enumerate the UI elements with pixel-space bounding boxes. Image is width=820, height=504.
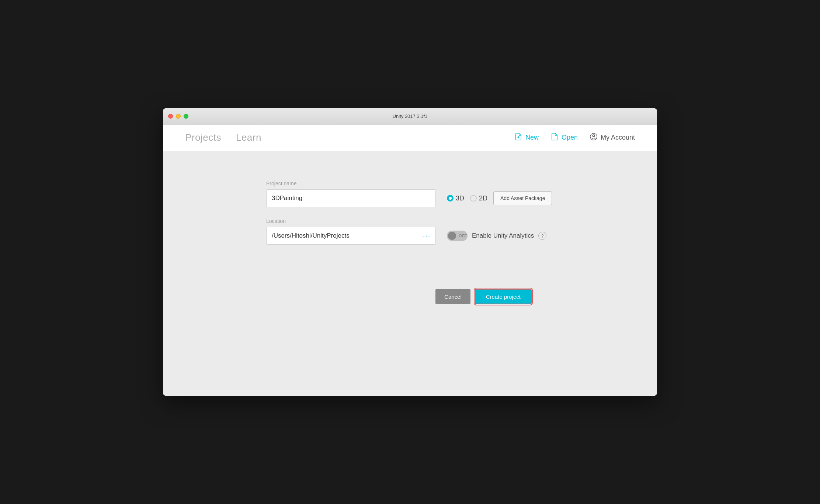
analytics-toggle-row: OFF Enable Unity Analytics ? xyxy=(447,231,546,241)
project-name-input[interactable] xyxy=(266,189,436,207)
radio-3d-label: 3D xyxy=(456,195,464,202)
location-label: Location xyxy=(266,218,554,224)
location-input-wrapper: ··· xyxy=(266,227,436,245)
toggle-knob xyxy=(448,232,456,240)
add-asset-button[interactable]: Add Asset Package xyxy=(493,191,552,205)
bottom-actions: Cancel Create project xyxy=(266,289,554,326)
radio-3d-inner xyxy=(449,197,452,200)
new-icon xyxy=(514,133,522,143)
maximize-button[interactable] xyxy=(184,114,188,119)
open-icon xyxy=(550,133,559,143)
window-title: Unity 2017.3.1f1 xyxy=(393,113,428,119)
location-row: ··· OFF Enable Unity Analytics ? xyxy=(266,227,554,245)
new-label: New xyxy=(525,134,539,141)
svg-point-3 xyxy=(593,134,595,137)
form-container: Project name 3D 2D xyxy=(266,181,554,326)
new-action[interactable]: New xyxy=(514,133,539,143)
radio-3d-circle xyxy=(447,195,454,202)
nav-actions: New Open xyxy=(514,133,635,143)
help-question-mark: ? xyxy=(541,233,544,239)
project-name-group: Project name 3D 2D xyxy=(266,181,554,207)
traffic-lights xyxy=(168,114,188,119)
account-action[interactable]: My Account xyxy=(590,133,635,143)
mode-radio-group: 3D 2D Add Asset Package xyxy=(447,191,552,205)
location-browse-dots[interactable]: ··· xyxy=(423,232,431,240)
topnav: Projects Learn New xyxy=(163,125,657,151)
close-button[interactable] xyxy=(168,114,173,119)
radio-2d-label: 2D xyxy=(479,195,487,202)
main-content: Project name 3D 2D xyxy=(163,151,657,396)
tab-learn[interactable]: Learn xyxy=(236,132,261,143)
radio-2d[interactable]: 2D xyxy=(470,195,487,202)
nav-tabs: Projects Learn xyxy=(185,132,514,143)
titlebar: Unity 2017.3.1f1 xyxy=(163,108,657,125)
project-name-label: Project name xyxy=(266,181,554,186)
analytics-help-icon[interactable]: ? xyxy=(538,232,546,240)
analytics-label: Enable Unity Analytics xyxy=(472,232,534,239)
minimize-button[interactable] xyxy=(176,114,181,119)
tab-projects[interactable]: Projects xyxy=(185,132,221,143)
create-project-button[interactable]: Create project xyxy=(475,289,532,304)
location-input[interactable] xyxy=(266,227,436,245)
account-icon xyxy=(590,133,598,143)
radio-2d-circle xyxy=(470,195,477,202)
account-label: My Account xyxy=(601,134,635,141)
open-action[interactable]: Open xyxy=(550,133,578,143)
cancel-button[interactable]: Cancel xyxy=(435,289,470,304)
toggle-off-label: OFF xyxy=(459,234,467,238)
project-name-row: 3D 2D Add Asset Package xyxy=(266,189,554,207)
unity-window: Unity 2017.3.1f1 Projects Learn New xyxy=(163,108,657,396)
location-group: Location ··· OFF Enable Unity Analytics xyxy=(266,218,554,245)
analytics-toggle[interactable]: OFF xyxy=(447,231,468,241)
radio-3d[interactable]: 3D xyxy=(447,195,464,202)
open-label: Open xyxy=(562,134,578,141)
